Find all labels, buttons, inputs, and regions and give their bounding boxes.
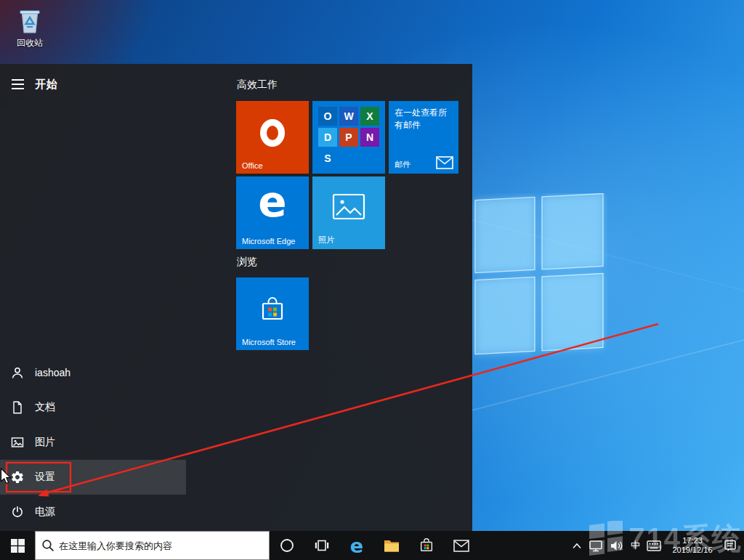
store-icon: [258, 295, 287, 324]
mail-icon: [436, 156, 453, 169]
chevron-up-icon: [572, 543, 582, 549]
user-name-label: iashoah: [35, 367, 70, 378]
power-icon: [10, 505, 25, 519]
start-settings-item[interactable]: 设置: [0, 460, 186, 495]
touch-keyboard-button[interactable]: [647, 540, 661, 551]
start-documents-item[interactable]: 文档: [0, 390, 186, 425]
keyboard-icon: [647, 540, 661, 551]
ime-indicator[interactable]: 中: [631, 539, 640, 552]
volume-icon: [610, 540, 624, 552]
mail-taskbar-button[interactable]: [444, 531, 479, 560]
start-user-item[interactable]: iashoah: [0, 355, 186, 390]
tile-group-title-browse: 浏览: [237, 256, 257, 269]
office-icon: [258, 118, 287, 148]
action-center-icon: [724, 539, 737, 552]
task-view-button[interactable]: [304, 531, 339, 560]
documents-label: 文档: [35, 401, 55, 414]
file-explorer-icon: [384, 539, 400, 553]
clock-time: 17:23: [682, 536, 703, 545]
windows-logo-icon: [11, 539, 25, 553]
hamburger-icon: [12, 79, 24, 89]
start-menu-title: 开始: [35, 78, 58, 92]
tile-edge-label: Microsoft Edge: [242, 237, 295, 245]
start-menu: 开始 iashoah 文档 图片: [0, 64, 472, 531]
recycle-bin-label: 回收站: [9, 37, 51, 49]
clock[interactable]: 17:23 2019/12/16: [668, 536, 717, 555]
search-input[interactable]: [59, 540, 263, 551]
tile-office-label: Office: [242, 161, 263, 170]
tile-edge[interactable]: e Microsoft Edge: [236, 176, 309, 249]
start-pictures-item[interactable]: 图片: [0, 425, 186, 460]
tile-store[interactable]: Microsoft Store: [236, 277, 309, 350]
tile-mail-label: 邮件: [395, 159, 411, 170]
pictures-label: 图片: [35, 436, 55, 449]
search-icon: [41, 539, 54, 552]
tile-store-label: Microsoft Store: [242, 338, 296, 346]
taskbar-search-box[interactable]: [35, 531, 270, 560]
tile-mail-description: 在一处查看所有邮件: [395, 107, 454, 131]
outlook-icon: O: [318, 107, 337, 126]
onenote-icon: N: [360, 128, 379, 147]
tile-office-apps-folder[interactable]: O W X D P N S: [312, 101, 385, 174]
start-power-item[interactable]: 电源: [0, 495, 186, 529]
wallpaper-windows-logo: [471, 193, 607, 365]
cortana-icon: [280, 538, 294, 553]
user-icon: [10, 365, 25, 380]
network-button[interactable]: [589, 539, 603, 552]
settings-label: 设置: [35, 471, 55, 484]
skype-icon: S: [318, 149, 337, 168]
onedrive-icon: D: [318, 128, 337, 147]
store-taskbar-button[interactable]: [409, 531, 444, 560]
cortana-button[interactable]: [270, 531, 304, 560]
action-center-button[interactable]: [724, 539, 737, 552]
mail-icon: [453, 540, 469, 552]
hamburger-menu-button[interactable]: [0, 79, 35, 89]
powerpoint-icon: P: [339, 128, 358, 147]
recycle-bin[interactable]: 回收站: [9, 4, 51, 49]
tile-photos-label: 照片: [318, 235, 334, 245]
edge-taskbar-button[interactable]: e: [339, 531, 374, 560]
recycle-bin-icon: [15, 4, 44, 36]
volume-button[interactable]: [610, 540, 624, 552]
store-icon: [418, 537, 434, 553]
photos-icon: [332, 192, 365, 222]
system-tray: 中 17:23 2019/12/16: [572, 531, 744, 560]
desktop: 回收站 开始 iashoah 文档: [0, 0, 744, 560]
start-menu-header: 开始: [0, 70, 186, 99]
clock-date: 2019/12/16: [672, 545, 712, 554]
network-icon: [589, 539, 603, 552]
word-icon: W: [339, 107, 358, 126]
tile-group-title-productivity: 高效工作: [237, 78, 278, 92]
tray-overflow-button[interactable]: [572, 543, 582, 549]
taskbar: e: [0, 531, 744, 560]
pictures-icon: [10, 435, 25, 450]
power-label: 电源: [35, 506, 55, 519]
tile-mail[interactable]: 在一处查看所有邮件 邮件: [389, 101, 458, 174]
tile-office[interactable]: Office: [236, 101, 309, 174]
documents-icon: [10, 400, 25, 415]
file-explorer-button[interactable]: [374, 531, 409, 560]
start-button[interactable]: [0, 531, 35, 560]
task-view-icon: [315, 538, 329, 553]
excel-icon: X: [360, 107, 379, 126]
edge-icon: e: [350, 536, 363, 556]
gear-icon: [10, 470, 25, 484]
tile-photos[interactable]: 照片: [312, 176, 385, 249]
edge-icon: e: [236, 178, 309, 226]
